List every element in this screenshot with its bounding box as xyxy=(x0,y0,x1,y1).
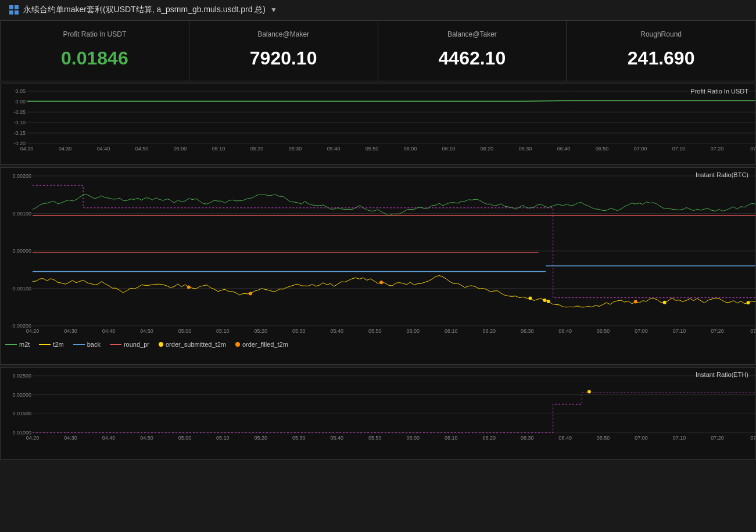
legend-order-filled-label: order_filled_t2m xyxy=(242,341,288,348)
legend-round-pr: round_pr xyxy=(110,341,149,348)
stat-value: 241.690 xyxy=(581,48,741,69)
stat-label: RoughRound xyxy=(581,30,741,38)
legend-round-pr-label: round_pr xyxy=(124,341,149,348)
header: 永续合约单maker套利(双USDT结算, a_psmm_gb.muls.usd… xyxy=(0,0,756,20)
legend-order-filled-dot xyxy=(235,342,240,347)
stat-card: Balance@Taker 4462.10 xyxy=(378,21,567,81)
legend-t2m: t2m xyxy=(39,341,63,348)
dropdown-icon[interactable]: ▼ xyxy=(270,6,277,14)
app-icon xyxy=(9,5,19,15)
legend-back: back xyxy=(73,341,101,348)
chart2-title: Instant Ratio(BTC) xyxy=(696,171,748,178)
stat-value: 0.01846 xyxy=(15,48,175,69)
stat-card: Profit Ratio In USDT 0.01846 xyxy=(1,21,189,81)
chart2-canvas xyxy=(1,170,755,339)
stat-label: Profit Ratio In USDT xyxy=(15,30,175,38)
legend-back-label: back xyxy=(87,341,101,348)
legend-t2m-label: t2m xyxy=(53,341,63,348)
legend-t2m-line xyxy=(39,344,51,345)
chart1-title: Profit Ratio In USDT xyxy=(690,88,748,95)
stat-value: 7920.10 xyxy=(203,48,364,69)
stat-label: Balance@Taker xyxy=(392,30,553,38)
stat-card: RoughRound 241.690 xyxy=(567,21,755,81)
stats-row: Profit Ratio In USDT 0.01846 Balance@Mak… xyxy=(0,20,756,81)
chart3-title: Instant Ratio(ETH) xyxy=(696,371,748,378)
instant-ratio-btc-chart: Instant Ratio(BTC) m2t t2m back round_pr… xyxy=(0,167,756,365)
chart1-canvas xyxy=(1,87,755,156)
page-title: 永续合约单maker套利(双USDT结算, a_psmm_gb.muls.usd… xyxy=(23,5,266,15)
instant-ratio-eth-chart: Instant Ratio(ETH) xyxy=(0,367,756,460)
legend-m2t-line xyxy=(5,344,17,345)
legend-round-pr-line xyxy=(110,344,121,345)
legend-order-filled: order_filled_t2m xyxy=(235,341,288,348)
legend-back-line xyxy=(73,344,85,345)
legend-order-submitted: order_submitted_t2m xyxy=(159,341,226,348)
legend-m2t-label: m2t xyxy=(19,341,30,348)
stat-value: 4462.10 xyxy=(392,48,553,69)
chart2-legend: m2t t2m back round_pr order_submitted_t2… xyxy=(1,339,755,349)
legend-order-submitted-label: order_submitted_t2m xyxy=(166,341,226,348)
profit-ratio-chart: Profit Ratio In USDT xyxy=(0,84,756,165)
legend-m2t: m2t xyxy=(5,341,30,348)
stat-label: Balance@Maker xyxy=(203,30,364,38)
stat-card: Balance@Maker 7920.10 xyxy=(189,21,378,81)
legend-order-submitted-dot xyxy=(159,342,163,347)
chart3-canvas xyxy=(1,370,755,445)
